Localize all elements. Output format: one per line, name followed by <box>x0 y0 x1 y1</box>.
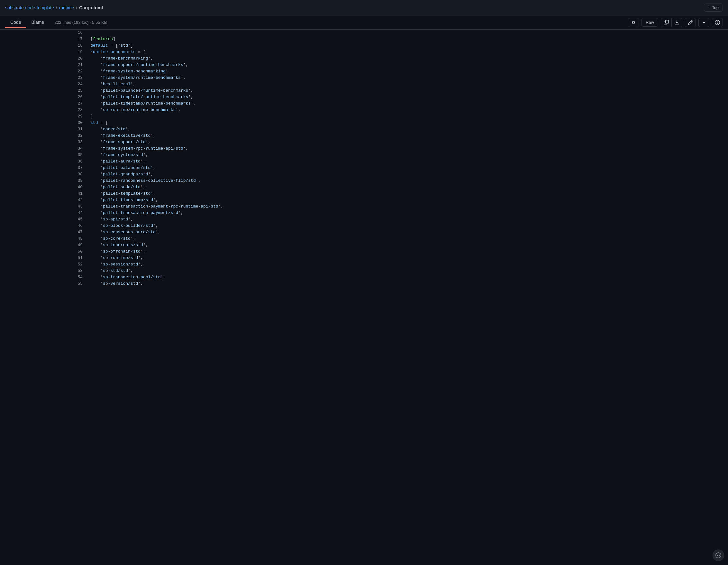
download-button[interactable] <box>672 18 682 27</box>
line-content: 'sp-version/std', <box>88 280 728 287</box>
line-content: 'sp-transaction-pool/std', <box>88 274 728 280</box>
line-content: 'pallet-template/runtime-benchmarks', <box>88 94 728 100</box>
file-info: 222 lines (193 loc) · 5.55 KB <box>54 20 107 25</box>
line-number: 48 <box>0 235 88 242</box>
table-row: 26 'pallet-template/runtime-benchmarks', <box>0 94 728 100</box>
table-row: 46 'sp-block-builder/std', <box>0 223 728 229</box>
line-content: 'frame-system/runtime-benchmarks', <box>88 75 728 81</box>
table-row: 49 'sp-inherents/std', <box>0 242 728 248</box>
line-content: std = [ <box>88 120 728 126</box>
bottom-copilot-icon[interactable] <box>713 550 724 561</box>
line-content: 'pallet-timestamp/std', <box>88 197 728 203</box>
svg-point-0 <box>632 22 633 23</box>
svg-point-3 <box>719 555 720 556</box>
top-button[interactable]: ↑ Top <box>704 4 723 12</box>
line-content: 'sp-std/std', <box>88 268 728 274</box>
edit-icon <box>688 20 693 25</box>
table-row: 42 'pallet-timestamp/std', <box>0 197 728 203</box>
copilot-button[interactable] <box>628 18 639 27</box>
line-content: 'frame-support/std', <box>88 139 728 145</box>
line-content: 'frame-benchmarking', <box>88 55 728 62</box>
line-content: 'pallet-sudo/std', <box>88 184 728 190</box>
table-row: 30std = [ <box>0 120 728 126</box>
line-content: 'sp-session/std', <box>88 261 728 268</box>
line-content: 'sp-runtime/runtime-benchmarks', <box>88 107 728 113</box>
table-row: 50 'sp-offchain/std', <box>0 248 728 255</box>
table-row: 21 'frame-support/runtime-benchmarks', <box>0 62 728 68</box>
line-number: 34 <box>0 145 88 152</box>
tab-code[interactable]: Code <box>5 17 26 28</box>
table-row: 53 'sp-std/std', <box>0 268 728 274</box>
symbols-button[interactable] <box>712 18 723 27</box>
table-row: 22 'frame-system-benchmarking', <box>0 68 728 75</box>
line-content: 'sp-runtime/std', <box>88 255 728 261</box>
table-row: 52 'sp-session/std', <box>0 261 728 268</box>
copy-icon <box>664 20 669 25</box>
table-row: 34 'frame-system-rpc-runtime-api/std', <box>0 145 728 152</box>
line-number: 28 <box>0 107 88 113</box>
line-content: 'pallet-aura/std', <box>88 158 728 165</box>
breadcrumb: substrate-node-template / runtime / Carg… <box>5 5 103 10</box>
copilot-icon <box>631 20 636 25</box>
line-content: ] <box>88 113 728 120</box>
line-number: 29 <box>0 113 88 120</box>
table-row: 33 'frame-support/std', <box>0 139 728 145</box>
table-row: 48 'sp-core/std', <box>0 235 728 242</box>
table-row: 18default = ['std'] <box>0 42 728 49</box>
table-row: 20 'frame-benchmarking', <box>0 55 728 62</box>
table-row: 19runtime-benchmarks = [ <box>0 49 728 55</box>
line-content: 'sp-inherents/std', <box>88 242 728 248</box>
table-row: 25 'pallet-balances/runtime-benchmarks', <box>0 87 728 94</box>
line-number: 42 <box>0 197 88 203</box>
line-number: 45 <box>0 216 88 223</box>
line-number: 44 <box>0 210 88 216</box>
breadcrumb-sep1: / <box>56 5 57 10</box>
line-content: 'pallet-balances/runtime-benchmarks', <box>88 87 728 94</box>
table-row: 32 'frame-executive/std', <box>0 132 728 139</box>
more-options-button[interactable] <box>698 18 709 27</box>
icon-group-actions <box>661 18 682 27</box>
table-row: 16 <box>0 30 728 36</box>
svg-point-1 <box>634 22 635 23</box>
breadcrumb-folder[interactable]: runtime <box>59 5 74 10</box>
line-number: 21 <box>0 62 88 68</box>
line-content: 'pallet-grandpa/std', <box>88 171 728 178</box>
table-row: 37 'pallet-balances/std', <box>0 165 728 171</box>
line-number: 43 <box>0 203 88 210</box>
line-content: 'pallet-transaction-payment/std', <box>88 210 728 216</box>
line-content: runtime-benchmarks = [ <box>88 49 728 55</box>
line-content: 'pallet-timestamp/runtime-benchmarks', <box>88 100 728 107</box>
line-content: 'sp-consensus-aura/std', <box>88 229 728 235</box>
raw-button[interactable]: Raw <box>642 18 658 27</box>
table-row: 43 'pallet-transaction-payment-rpc-runti… <box>0 203 728 210</box>
breadcrumb-repo[interactable]: substrate-node-template <box>5 5 54 10</box>
line-number: 47 <box>0 229 88 235</box>
line-number: 39 <box>0 178 88 184</box>
table-row: 17[features] <box>0 36 728 42</box>
line-content: 'sp-core/std', <box>88 235 728 242</box>
table-row: 55 'sp-version/std', <box>0 280 728 287</box>
top-button-label: Top <box>712 5 719 10</box>
line-number: 38 <box>0 171 88 178</box>
table-row: 45 'sp-api/std', <box>0 216 728 223</box>
chevron-down-icon <box>701 20 706 25</box>
line-content: 'codec/std', <box>88 126 728 132</box>
line-number: 16 <box>0 30 88 36</box>
table-row: 29] <box>0 113 728 120</box>
line-number: 19 <box>0 49 88 55</box>
table-row: 40 'pallet-sudo/std', <box>0 184 728 190</box>
line-content: 'sp-api/std', <box>88 216 728 223</box>
line-number: 36 <box>0 158 88 165</box>
table-row: 35 'frame-system/std', <box>0 152 728 158</box>
line-number: 35 <box>0 152 88 158</box>
edit-button[interactable] <box>685 18 696 27</box>
line-content: 'pallet-template/std', <box>88 190 728 197</box>
tab-blame[interactable]: Blame <box>26 17 49 28</box>
line-content: default = ['std'] <box>88 42 728 49</box>
table-row: 36 'pallet-aura/std', <box>0 158 728 165</box>
copy-button[interactable] <box>661 18 672 27</box>
line-content: 'frame-system/std', <box>88 152 728 158</box>
table-row: 38 'pallet-grandpa/std', <box>0 171 728 178</box>
table-row: 54 'sp-transaction-pool/std', <box>0 274 728 280</box>
code-container[interactable]: 16 17[features]18default = ['std']19runt… <box>0 30 728 565</box>
